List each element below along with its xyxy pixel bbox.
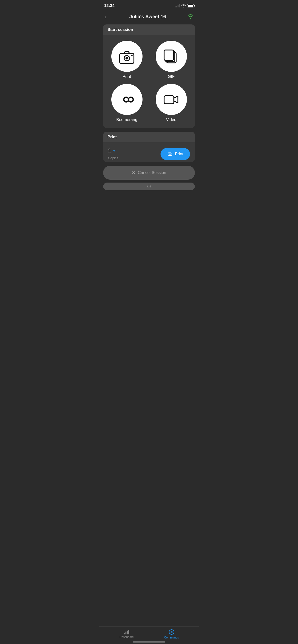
back-button[interactable]: ‹: [104, 12, 108, 20]
gif-icon: [162, 49, 180, 64]
svg-rect-6: [164, 50, 174, 60]
print-label: Print: [123, 74, 131, 79]
print-action-button[interactable]: Print: [161, 148, 190, 160]
boomerang-label: Boomerang: [116, 118, 137, 122]
nav-title: Julia's Sweet 16: [108, 14, 187, 20]
wifi-connected-icon: [187, 14, 194, 19]
print-card-header: Print: [103, 132, 195, 142]
video-label: Video: [166, 118, 176, 122]
session-item-gif[interactable]: GIF: [152, 41, 191, 79]
status-bar: 12:34: [99, 0, 199, 10]
print-button-label: Print: [175, 152, 183, 156]
session-item-video[interactable]: Video: [152, 84, 191, 122]
svg-rect-9: [169, 154, 171, 156]
video-circle: [156, 84, 187, 115]
svg-point-10: [171, 154, 172, 154]
svg-rect-3: [131, 55, 132, 56]
status-icons: [175, 4, 194, 8]
cancel-session-button[interactable]: ✕ Cancel Session: [103, 166, 195, 180]
wifi-icon: [181, 4, 186, 8]
boomerang-circle: [111, 84, 142, 115]
nav-bar: ‹ Julia's Sweet 16: [99, 10, 199, 24]
print-card: Print 1 ▾ Copies Print: [103, 132, 195, 162]
copies-number: 1: [108, 147, 112, 155]
cancel-session-label: Cancel Session: [138, 170, 166, 175]
battery-icon: [187, 4, 194, 8]
status-time: 12:34: [104, 3, 114, 8]
video-icon: [162, 92, 180, 107]
partial-icon: ⊙: [147, 183, 151, 190]
cancel-section: ✕ Cancel Session: [103, 166, 195, 180]
session-item-print[interactable]: Print: [107, 41, 146, 79]
partial-hidden-button: ⊙: [103, 182, 195, 190]
boomerang-icon: [116, 93, 138, 106]
print-circle: [111, 41, 142, 72]
cancel-x-icon: ✕: [132, 170, 135, 176]
session-grid: Print GIF Boomerang: [103, 35, 195, 128]
copies-column: 1 ▾ Copies: [108, 147, 118, 160]
gif-circle: [156, 41, 187, 72]
start-session-header: Start session: [103, 24, 195, 35]
battery-fill: [188, 5, 193, 7]
gif-label: GIF: [168, 74, 175, 79]
session-item-boomerang[interactable]: Boomerang: [107, 84, 146, 122]
signal-bars-icon: [175, 4, 180, 8]
camera-icon: [118, 49, 136, 64]
svg-rect-7: [164, 96, 174, 104]
copies-dropdown-arrow[interactable]: ▾: [113, 149, 115, 153]
svg-point-2: [125, 57, 128, 60]
start-session-card: Start session Print: [103, 24, 195, 128]
printer-icon: [167, 152, 173, 157]
copies-value-display[interactable]: 1 ▾: [108, 147, 118, 155]
print-controls: 1 ▾ Copies Print: [103, 142, 195, 162]
copies-label: Copies: [108, 156, 118, 160]
